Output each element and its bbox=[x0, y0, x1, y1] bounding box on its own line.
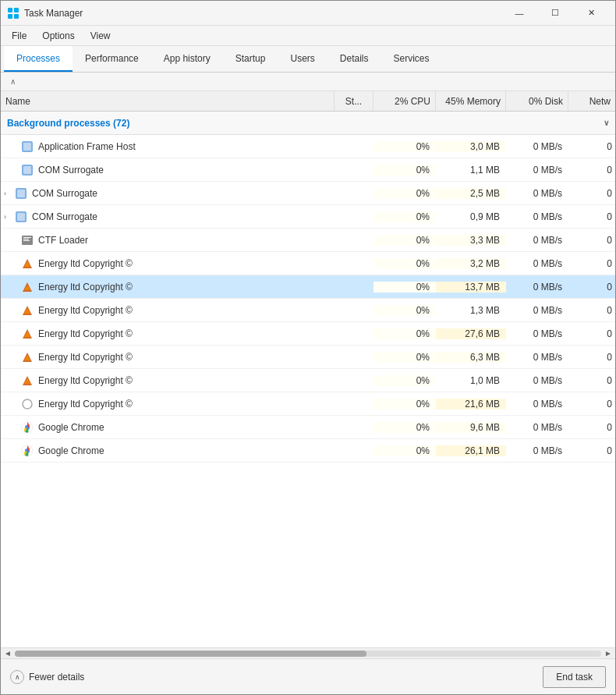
process-icon bbox=[21, 351, 34, 363]
table-row[interactable]: Application Frame Host 0% 3,0 MB 0 MB/s … bbox=[1, 135, 615, 158]
process-memory: 21,6 MB bbox=[436, 399, 506, 410]
tab-performance[interactable]: Performance bbox=[73, 46, 151, 72]
end-task-button[interactable]: End task bbox=[543, 666, 606, 688]
svg-point-28 bbox=[23, 399, 32, 409]
table-row[interactable]: COM Surrogate 0% 1,1 MB 0 MB/s 0 bbox=[1, 158, 615, 182]
close-button[interactable]: ✕ bbox=[573, 1, 609, 26]
table-row[interactable]: Energy ltd Copyright © 0% 27,6 MB 0 MB/s… bbox=[1, 322, 615, 346]
footer: ∧ Fewer details End task bbox=[1, 658, 615, 694]
table-row[interactable]: Google Chrome 0% 9,6 MB 0 MB/s 0 bbox=[1, 416, 615, 439]
process-memory: 27,6 MB bbox=[436, 328, 506, 339]
svg-rect-0 bbox=[8, 8, 12, 12]
svg-rect-13 bbox=[23, 237, 31, 238]
maximize-button[interactable]: ☐ bbox=[537, 1, 573, 26]
task-manager-window: Task Manager — ☐ ✕ File Options View Pro… bbox=[0, 0, 616, 695]
process-network: 0 bbox=[568, 165, 615, 176]
process-cpu: 0% bbox=[373, 235, 436, 246]
sort-controls: ∧ bbox=[1, 73, 615, 91]
process-network: 0 bbox=[568, 141, 615, 152]
tab-users[interactable]: Users bbox=[278, 46, 327, 72]
svg-rect-1 bbox=[14, 8, 19, 12]
process-icon bbox=[15, 187, 27, 200]
process-disk: 0 MB/s bbox=[506, 258, 568, 269]
process-label: Energy ltd Copyright © bbox=[38, 352, 133, 363]
process-cpu: 0% bbox=[373, 188, 436, 199]
table-row[interactable]: Energy ltd Copyright © 0% 13,7 MB 0 MB/s… bbox=[1, 275, 615, 299]
process-cpu: 0% bbox=[373, 211, 436, 222]
table-row[interactable]: › COM Surrogate 0% 0,9 MB 0 MB/s 0 bbox=[1, 205, 615, 229]
process-cpu: 0% bbox=[373, 445, 436, 456]
process-network: 0 bbox=[568, 375, 615, 386]
table-row[interactable]: Energy ltd Copyright © 0% 21,6 MB 0 MB/s… bbox=[1, 392, 615, 416]
process-network: 0 bbox=[568, 235, 615, 246]
fewer-details-label: Fewer details bbox=[29, 672, 84, 683]
process-network: 0 bbox=[568, 258, 615, 269]
scroll-left-arrow[interactable]: ◄ bbox=[4, 649, 12, 658]
scroll-track[interactable] bbox=[15, 651, 601, 657]
process-icon bbox=[15, 211, 27, 223]
process-memory: 1,0 MB bbox=[436, 375, 506, 386]
svg-rect-9 bbox=[17, 190, 25, 197]
tab-app-history[interactable]: App history bbox=[151, 46, 223, 72]
sort-arrow[interactable]: ∧ bbox=[10, 77, 16, 86]
process-cpu: 0% bbox=[373, 282, 436, 293]
tab-services[interactable]: Services bbox=[381, 46, 442, 72]
table-row[interactable]: Energy ltd Copyright © 0% 1,3 MB 0 MB/s … bbox=[1, 299, 615, 322]
process-icon bbox=[21, 398, 34, 410]
col-name[interactable]: Name bbox=[1, 91, 335, 111]
table-row[interactable]: Energy ltd Copyright © 0% 1,0 MB 0 MB/s … bbox=[1, 369, 615, 392]
horizontal-scrollbar[interactable]: ◄ ► bbox=[1, 647, 615, 658]
menu-options[interactable]: Options bbox=[34, 28, 82, 44]
col-network[interactable]: Netw bbox=[568, 91, 615, 111]
table-body: Background processes (72) ∨ Application … bbox=[1, 112, 615, 647]
tabs-bar: Processes Performance App history Startu… bbox=[1, 46, 615, 73]
fewer-details-button[interactable]: ∧ Fewer details bbox=[10, 670, 84, 684]
menu-view[interactable]: View bbox=[83, 28, 119, 44]
tab-details[interactable]: Details bbox=[327, 46, 381, 72]
process-label: CTF Loader bbox=[38, 235, 88, 246]
process-icon bbox=[21, 257, 34, 270]
section-background-processes[interactable]: Background processes (72) ∨ bbox=[1, 112, 615, 135]
process-network: 0 bbox=[568, 399, 615, 410]
table-row[interactable]: Google Chrome 0% 26,1 MB 0 MB/s 0 bbox=[1, 439, 615, 463]
process-disk: 0 MB/s bbox=[506, 375, 568, 386]
process-name: Energy ltd Copyright © bbox=[1, 398, 335, 410]
process-disk: 0 MB/s bbox=[506, 188, 568, 199]
section-collapse-arrow[interactable]: ∨ bbox=[604, 119, 609, 127]
tab-processes[interactable]: Processes bbox=[4, 46, 73, 72]
expand-arrow[interactable]: › bbox=[4, 190, 15, 197]
process-list: Application Frame Host 0% 3,0 MB 0 MB/s … bbox=[1, 135, 615, 463]
process-memory: 3,3 MB bbox=[436, 235, 506, 246]
col-status[interactable]: St... bbox=[335, 91, 373, 111]
process-label: Energy ltd Copyright © bbox=[38, 282, 133, 293]
process-memory: 0,9 MB bbox=[436, 211, 506, 222]
table-row[interactable]: CTF Loader 0% 3,3 MB 0 MB/s 0 bbox=[1, 229, 615, 252]
process-cpu: 0% bbox=[373, 258, 436, 269]
table-row[interactable]: Energy ltd Copyright © 0% 6,3 MB 0 MB/s … bbox=[1, 346, 615, 369]
process-name: Application Frame Host bbox=[1, 140, 335, 153]
scroll-right-arrow[interactable]: ► bbox=[604, 649, 612, 658]
titlebar: Task Manager — ☐ ✕ bbox=[1, 1, 615, 26]
col-memory[interactable]: 45% Memory bbox=[436, 91, 506, 111]
col-disk[interactable]: 0% Disk bbox=[506, 91, 568, 111]
menu-file[interactable]: File bbox=[4, 28, 34, 44]
process-name: Energy ltd Copyright © bbox=[1, 257, 335, 270]
tab-startup[interactable]: Startup bbox=[223, 46, 278, 72]
scroll-thumb[interactable] bbox=[15, 651, 366, 657]
process-name: Google Chrome bbox=[1, 421, 335, 434]
table-row[interactable]: Energy ltd Copyright © 0% 3,2 MB 0 MB/s … bbox=[1, 252, 615, 275]
process-disk: 0 MB/s bbox=[506, 305, 568, 316]
col-cpu[interactable]: 2% CPU bbox=[373, 91, 436, 111]
svg-rect-11 bbox=[17, 213, 25, 221]
window-title: Task Manager bbox=[24, 8, 501, 19]
process-network: 0 bbox=[568, 328, 615, 339]
process-name: Energy ltd Copyright © bbox=[1, 374, 335, 387]
process-label: Application Frame Host bbox=[38, 141, 136, 152]
process-disk: 0 MB/s bbox=[506, 211, 568, 222]
process-name: › COM Surrogate bbox=[1, 211, 335, 223]
expand-arrow[interactable]: › bbox=[4, 213, 15, 221]
process-disk: 0 MB/s bbox=[506, 328, 568, 339]
process-icon bbox=[21, 281, 34, 293]
table-row[interactable]: › COM Surrogate 0% 2,5 MB 0 MB/s 0 bbox=[1, 182, 615, 205]
minimize-button[interactable]: — bbox=[501, 1, 537, 26]
